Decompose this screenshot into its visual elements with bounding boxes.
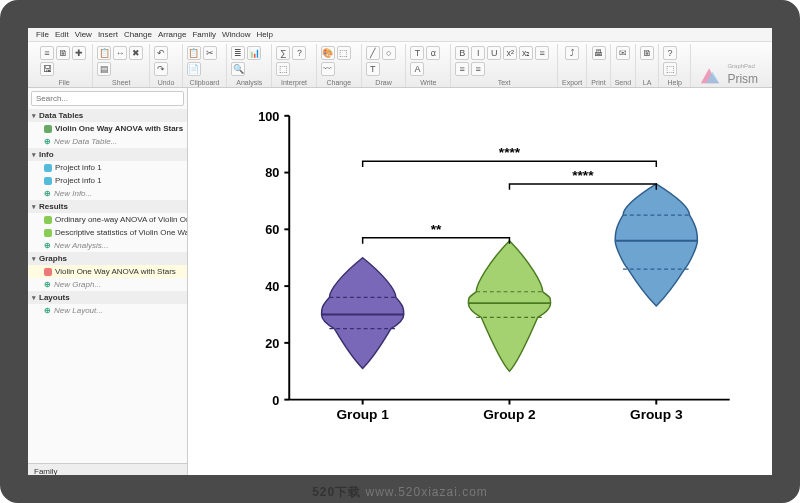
ribbon-icon[interactable]: ↷ xyxy=(154,62,168,76)
tree-item-label: New Data Table... xyxy=(54,137,117,146)
ribbon-icon[interactable]: ≡ xyxy=(455,62,469,76)
menu-view[interactable]: View xyxy=(75,30,92,39)
ribbon-icon[interactable]: ○ xyxy=(382,46,396,60)
ribbon-group-undo: ↶↷Undo xyxy=(150,44,182,87)
ribbon-icon[interactable]: ⬚ xyxy=(276,62,290,76)
ribbon-icon[interactable]: ⬚ xyxy=(337,46,351,60)
tree-item[interactable]: Ordinary one-way ANOVA of Violin One... xyxy=(28,213,187,226)
family-header[interactable]: Family xyxy=(28,463,187,479)
ribbon-icon[interactable]: 📋 xyxy=(97,46,111,60)
ribbon-icon[interactable]: 〰 xyxy=(321,62,335,76)
ribbon-icon[interactable]: 🖫 xyxy=(40,62,54,76)
ribbon-icon[interactable]: ↔ xyxy=(113,46,127,60)
tree-item[interactable]: ⊕New Data Table... xyxy=(28,135,187,148)
tree-item[interactable]: ⊕New Layout... xyxy=(28,304,187,317)
ribbon-icon[interactable]: ? xyxy=(663,46,677,60)
menu-insert[interactable]: Insert xyxy=(98,30,118,39)
search-input[interactable] xyxy=(31,91,184,106)
ribbon-icon[interactable]: ▤ xyxy=(97,62,111,76)
section-graphs[interactable]: ▾Graphs xyxy=(28,252,187,265)
ribbon-group-export: ⤴Export xyxy=(558,44,587,87)
ribbon-icon[interactable]: ≡ xyxy=(40,46,54,60)
ribbon-icon[interactable]: ≡ xyxy=(471,62,485,76)
ribbon-icon[interactable]: 🗎 xyxy=(56,46,70,60)
ribbon-icon[interactable]: 🗎 xyxy=(640,46,654,60)
ribbon-icon[interactable]: 🔍 xyxy=(231,62,245,76)
section-results[interactable]: ▾Results xyxy=(28,200,187,213)
ribbon-group-clipboard: 📋✂📄Clipboard xyxy=(183,44,228,87)
item-icon xyxy=(44,125,52,133)
ribbon-icon[interactable]: 📊 xyxy=(247,46,261,60)
tree-item[interactable]: ⊕New Info... xyxy=(28,187,187,200)
ribbon-icon[interactable]: ≡ xyxy=(535,46,549,60)
sig-bracket xyxy=(363,161,657,167)
menu-window[interactable]: Window xyxy=(222,30,250,39)
tree-item-label: Project info 1 xyxy=(55,163,102,172)
ribbon-label: Help xyxy=(668,79,682,87)
y-tick-label: 60 xyxy=(265,222,279,237)
search-box[interactable] xyxy=(31,91,184,106)
violin-chart: 020406080100Group 1Group 2Group 3*******… xyxy=(218,106,752,429)
menu-change[interactable]: Change xyxy=(124,30,152,39)
ribbon-label: Clipboard xyxy=(190,79,220,87)
menu-help[interactable]: Help xyxy=(256,30,272,39)
ribbon-icon[interactable]: A xyxy=(410,62,424,76)
y-tick-label: 80 xyxy=(265,165,279,180)
plus-icon: ⊕ xyxy=(44,137,51,146)
y-tick-label: 40 xyxy=(265,279,279,294)
menu-file[interactable]: File xyxy=(36,30,49,39)
sig-bracket xyxy=(509,184,656,190)
ribbon-icon[interactable]: α xyxy=(426,46,440,60)
menu-family[interactable]: Family xyxy=(192,30,216,39)
ribbon-icon[interactable]: ↶ xyxy=(154,46,168,60)
ribbon-icon[interactable]: ╱ xyxy=(366,46,380,60)
ribbon-icon[interactable]: ⤴ xyxy=(565,46,579,60)
ribbon-icon[interactable]: ✚ xyxy=(72,46,86,60)
ribbon-label: Interpret xyxy=(281,79,307,87)
menu-edit[interactable]: Edit xyxy=(55,30,69,39)
tree-item[interactable]: ⊕New Analysis... xyxy=(28,239,187,252)
ribbon-icon[interactable]: ✖ xyxy=(129,46,143,60)
graph-canvas: 020406080100Group 1Group 2Group 3*******… xyxy=(188,88,772,479)
ribbon-label: Send xyxy=(615,79,631,87)
tree-item[interactable]: Project info 1 xyxy=(28,161,187,174)
ribbon-icon[interactable]: ✉ xyxy=(616,46,630,60)
menu-arrange[interactable]: Arrange xyxy=(158,30,186,39)
item-icon xyxy=(44,164,52,172)
ribbon-icon[interactable]: 🎨 xyxy=(321,46,335,60)
ribbon-group-sheet: 📋↔✖▤Sheet xyxy=(93,44,150,87)
tree-item[interactable]: Descriptive statistics of Violin One Way… xyxy=(28,226,187,239)
ribbon-icon[interactable]: ∑ xyxy=(276,46,290,60)
brand: GraphPadPrism xyxy=(691,63,764,87)
ribbon-icon[interactable]: 📄 xyxy=(187,62,201,76)
tree-item[interactable]: Violin One Way ANOVA with Stars xyxy=(28,122,187,135)
ribbon-icon[interactable]: T xyxy=(366,62,380,76)
ribbon-icon[interactable]: 📋 xyxy=(187,46,201,60)
tree-item[interactable]: Violin One Way ANOVA with Stars xyxy=(28,265,187,278)
chevron-down-icon: ▾ xyxy=(32,112,36,120)
ribbon-label: Sheet xyxy=(112,79,130,87)
section-layouts[interactable]: ▾Layouts xyxy=(28,291,187,304)
ribbon-icon[interactable]: ⬚ xyxy=(663,62,677,76)
section-info[interactable]: ▾Info xyxy=(28,148,187,161)
prism-logo-icon xyxy=(697,65,723,85)
ribbon-icon[interactable]: I xyxy=(471,46,485,60)
tree-item[interactable]: ⊕New Graph... xyxy=(28,278,187,291)
ribbon-label: Print xyxy=(591,79,605,87)
ribbon-icon[interactable]: 🖶 xyxy=(592,46,606,60)
ribbon-icon[interactable]: ≣ xyxy=(231,46,245,60)
ribbon-label: Draw xyxy=(375,79,391,87)
ribbon-icon[interactable]: x² xyxy=(503,46,517,60)
ribbon-icon[interactable]: ✂ xyxy=(203,46,217,60)
ribbon-icon[interactable]: U xyxy=(487,46,501,60)
chevron-down-icon: ▾ xyxy=(32,203,36,211)
ribbon-label: Analysis xyxy=(236,79,262,87)
ribbon-icon[interactable]: ？ xyxy=(292,46,306,60)
tree-item[interactable]: Project info 1 xyxy=(28,174,187,187)
ribbon-icon[interactable]: B xyxy=(455,46,469,60)
ribbon-icon[interactable]: x₂ xyxy=(519,46,533,60)
section-data-tables[interactable]: ▾Data Tables xyxy=(28,109,187,122)
watermark: 520下载 www.520xiazai.com xyxy=(0,484,800,501)
ribbon-group-change: 🎨⬚〰Change xyxy=(317,44,362,87)
ribbon-icon[interactable]: T xyxy=(410,46,424,60)
